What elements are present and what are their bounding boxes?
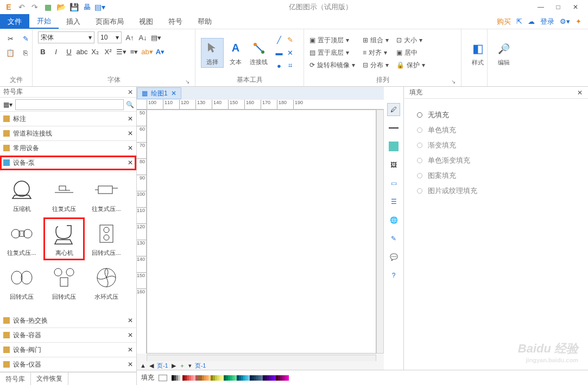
close-panel-icon[interactable]: ✕ [128,88,133,96]
font-size-select[interactable]: 10▾ [98,31,122,43]
rect-tool-icon[interactable]: ▬ [274,48,284,57]
connector-tool[interactable]: 连接线 [248,39,270,67]
search-icon[interactable]: 🔍 [126,101,134,108]
fill-picture[interactable]: 图片或纹理填充 [417,183,588,198]
distribute[interactable]: ⊟ 分布 ▾ [363,61,389,70]
settings-icon[interactable]: ⚙▾ [560,17,570,25]
prev-page-icon[interactable]: ◀ [149,362,154,369]
size[interactable]: ⊡ 大小 ▾ [396,36,425,45]
cut-icon[interactable]: ✂ [5,34,15,43]
web-pane-icon[interactable]: 🌐 [387,214,400,227]
line-spacing-icon[interactable]: ☰▾ [116,47,126,56]
print-icon[interactable]: 🖶 [83,3,91,11]
open-icon[interactable]: 📂 [56,3,65,11]
lib-cat-3[interactable]: 设备-泵✕ [0,156,136,170]
underline-icon[interactable]: U [64,47,74,56]
shape-rotary-1[interactable]: 回转式压... [87,219,126,259]
send-back[interactable]: ▤ 置于底层 ▾ [309,48,355,57]
color-pane-icon[interactable] [387,140,400,153]
pencil-tool-icon[interactable]: ✎ [285,35,295,44]
canvas[interactable] [147,110,376,354]
page-pane-icon[interactable]: ▭ [387,177,400,190]
line-pane-icon[interactable] [387,121,400,134]
select-tool[interactable]: 选择 [201,38,224,68]
italic-icon[interactable]: I [51,47,61,56]
fill-pane-icon[interactable]: 🖊 [387,103,400,116]
fill-gradient[interactable]: 渐变填充 [417,138,588,153]
new-icon[interactable]: ▦ [43,3,52,11]
next-page-icon[interactable]: ▶ [172,362,176,369]
tab-view[interactable]: 视图 [131,14,161,29]
image-pane-icon[interactable]: 🖼 [387,158,400,171]
tab-file[interactable]: 文件 [0,14,29,29]
style-tool[interactable]: ◧样式 [467,39,489,68]
nav-up-icon[interactable]: ▲ [140,362,146,369]
redo-icon[interactable]: ↷ [30,3,39,11]
subscript-icon[interactable]: X₂ [90,47,100,56]
login-link[interactable]: 登录 [540,17,554,27]
edit-tool[interactable]: 🔎编辑 [493,39,515,68]
rotate-flip[interactable]: ⟳ 旋转和镜像 ▾ [309,61,355,70]
tab-start[interactable]: 开始 [29,14,59,29]
cloud-icon[interactable]: ☁ [528,17,535,25]
maximize-button[interactable]: □ [554,3,562,11]
bring-front[interactable]: ▣ 置于顶层 ▾ [309,36,355,45]
close-doc-icon[interactable]: ✕ [171,89,176,97]
scrollbar-vertical[interactable] [376,110,384,354]
line-tool-icon[interactable]: ╱ [274,35,284,44]
tab-page-layout[interactable]: 页面布局 [88,14,131,29]
font-name-select[interactable]: 宋体▾ [38,31,94,43]
align[interactable]: ≡ 对齐 ▾ [363,48,389,57]
lib-cat-5[interactable]: 设备-容器✕ [0,328,136,343]
fill-pattern[interactable]: 图案填充 [417,168,588,183]
font-color-icon[interactable]: A▾ [155,47,165,56]
bullets-icon[interactable]: ≡▾ [129,47,139,56]
crop-tool-icon[interactable]: ⌗ [285,61,295,70]
fill-none[interactable]: 无填充 [417,107,588,123]
font-launcher-icon[interactable]: ↘ [185,79,189,85]
shape-water-ring[interactable]: 水环式压 [87,262,126,303]
paste-icon[interactable]: 📋 [5,48,15,57]
bottom-tab-recovery[interactable]: 文件恢复 [31,373,68,385]
minimize-button[interactable]: — [537,3,545,11]
lib-cat-6[interactable]: 设备-阀门✕ [0,343,136,357]
lib-cat-0[interactable]: 标注✕ [0,112,136,126]
tab-help[interactable]: 帮助 [190,14,219,29]
arrange-launcher-icon[interactable]: ↘ [451,79,456,85]
strike-icon[interactable]: abc [77,47,87,56]
shape-centrifuge[interactable]: 离心机 [45,219,84,259]
fill-solid-gradient[interactable]: 单色渐变填充 [417,153,588,168]
color-palette[interactable] [172,375,289,381]
buy-link[interactable]: 购买 [497,17,511,27]
tab-symbols[interactable]: 符号 [161,14,190,29]
anchor-tool-icon[interactable]: ✕ [285,48,295,57]
superscript2-icon[interactable]: X² [103,47,113,56]
tab-insert[interactable]: 插入 [59,14,88,29]
page-tab[interactable]: 页-1 [195,362,206,370]
highlight-icon[interactable]: ab▾ [142,47,152,56]
note-pane-icon[interactable]: ✎ [387,232,400,245]
search-input[interactable] [15,99,124,110]
shape-rotary-3[interactable]: 回转式压 [45,262,84,303]
page-indicator-left[interactable]: 页-1 [157,362,168,370]
copy-icon[interactable]: ⎘ [21,48,30,57]
center[interactable]: ▣ 居中 [396,48,425,57]
app-logo-icon[interactable]: E [4,3,13,11]
shrink-font-icon[interactable]: A↓ [138,33,148,42]
export-icon[interactable]: ▤▾ [96,3,104,11]
list-pane-icon[interactable]: ☰ [387,195,400,208]
help-pane-icon[interactable]: ? [387,269,400,282]
grow-font-icon[interactable]: A↑ [125,33,135,42]
fill-solid[interactable]: 单色填充 [417,123,588,138]
text-tool[interactable]: A 文本 [225,39,246,67]
share-icon[interactable]: ⇱ [516,17,522,25]
brush-icon[interactable]: ✎ [21,34,30,43]
bold-icon[interactable]: B [38,47,48,56]
save-icon[interactable]: 💾 [69,3,78,11]
shape-rotary-2[interactable]: 回转式压 [2,262,41,303]
doc-tab-1[interactable]: ▦绘图1✕ [137,87,181,99]
close-button[interactable]: ✕ [572,3,579,11]
comment-pane-icon[interactable]: 💬 [387,251,400,264]
ellipse-tool-icon[interactable]: ● [274,61,284,70]
shape-recip-3[interactable]: 往复式压... [2,219,41,259]
